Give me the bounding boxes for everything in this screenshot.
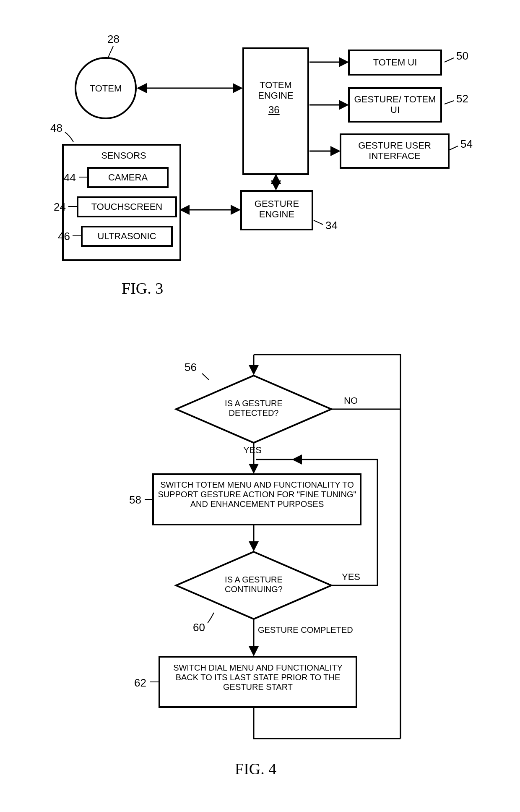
gesture-engine-label: GESTURE ENGINE xyxy=(241,198,312,220)
touchscreen-label: TOUCHSCREEN xyxy=(78,201,176,212)
ref-48: 48 xyxy=(50,122,62,135)
totem-label: TOTEM xyxy=(89,83,122,94)
ref-62: 62 xyxy=(134,676,146,689)
fig4-caption: FIG. 4 xyxy=(235,760,276,778)
p1-label: SWITCH TOTEM MENU AND FUNCTIONALITY TO S… xyxy=(158,480,356,509)
ref-46: 46 xyxy=(58,230,70,243)
gesture-totem-ui-label: GESTURE/ TOTEM UI xyxy=(349,94,441,115)
ref-34: 34 xyxy=(325,219,338,232)
ref-60: 60 xyxy=(193,621,205,634)
d1-label: IS A GESTURE DETECTED? xyxy=(210,399,298,418)
d1-no: NO xyxy=(344,395,358,406)
camera-label: CAMERA xyxy=(88,172,168,183)
d1-yes: YES xyxy=(243,445,262,456)
ref-56: 56 xyxy=(185,361,197,374)
fig3-caption: FIG. 3 xyxy=(122,279,163,298)
d2-yes: YES xyxy=(342,572,360,582)
ref-24: 24 xyxy=(54,201,66,214)
totem-ui-label: TOTEM UI xyxy=(349,57,441,68)
ref-28: 28 xyxy=(107,33,120,46)
ref-52: 52 xyxy=(456,92,468,105)
ref-54: 54 xyxy=(460,138,473,151)
d2-done: GESTURE COMPLETED xyxy=(258,625,353,635)
ultrasonic-label: ULTRASONIC xyxy=(82,231,172,241)
totem-engine-ref: 36 xyxy=(268,104,280,116)
d2-label: IS A GESTURE CONTINUING? xyxy=(210,575,298,594)
sensors-title: SENSORS xyxy=(92,150,155,161)
gesture-ui-label: GESTURE USER INTERFACE xyxy=(341,140,449,162)
ref-58: 58 xyxy=(129,493,141,507)
totem-engine-label: TOTEM ENGINE xyxy=(243,80,308,101)
p2-label: SWITCH DIAL MENU AND FUNCTIONALITY BACK … xyxy=(164,663,351,692)
ref-50: 50 xyxy=(456,50,468,63)
ref-44: 44 xyxy=(64,171,76,184)
